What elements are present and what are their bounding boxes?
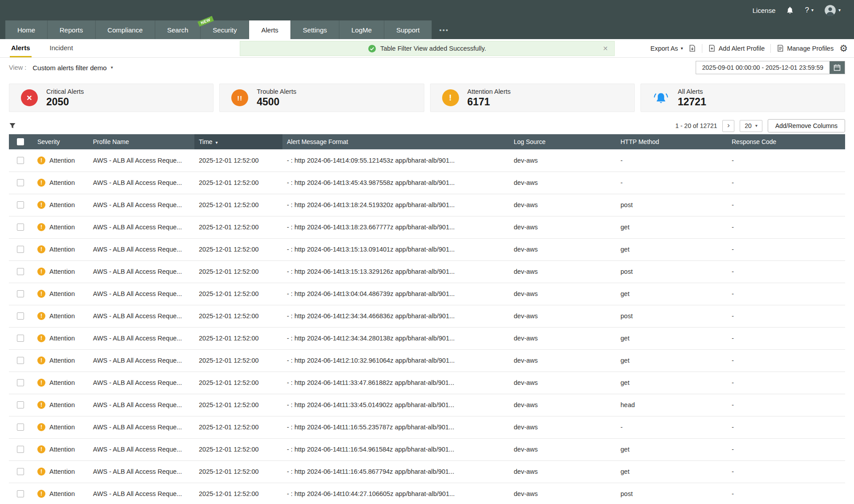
nav-tab-logme[interactable]: LogMe xyxy=(339,20,384,39)
nav-tab-reports[interactable]: Reports xyxy=(48,20,96,39)
select-all-checkbox[interactable] xyxy=(17,138,24,145)
critical-icon: ✕ xyxy=(21,89,38,106)
row-checkbox[interactable] xyxy=(17,490,24,497)
alert-message-cell: - : http 2024-06-14t11:16:45.867794z app… xyxy=(282,460,509,483)
row-checkbox[interactable] xyxy=(17,312,24,320)
table-row[interactable]: ! Attention AWS - ALB All Access Reque..… xyxy=(9,216,845,238)
row-checkbox-cell xyxy=(9,260,33,283)
table-row[interactable]: ! Attention AWS - ALB All Access Reque..… xyxy=(9,483,845,504)
http-method-cell: get xyxy=(616,327,727,349)
col-time[interactable]: Time▾ xyxy=(194,134,282,149)
manage-profiles-label: Manage Profiles xyxy=(787,45,834,52)
manage-profiles-button[interactable]: Manage Profiles xyxy=(777,44,834,52)
col-alert-message-format[interactable]: Alert Message Format xyxy=(282,134,509,149)
time-cell: 2025-12-01 12:52:00 xyxy=(194,372,282,394)
date-range-picker[interactable]: 2025-09-01 00:00:00 - 2025-12-01 23:59:5… xyxy=(696,61,845,74)
subtab-alerts[interactable]: Alerts xyxy=(10,39,32,57)
table-row[interactable]: ! Attention AWS - ALB All Access Reque..… xyxy=(9,194,845,216)
table-row[interactable]: ! Attention AWS - ALB All Access Reque..… xyxy=(9,416,845,438)
topbar: License ? ▾ ▾ xyxy=(0,0,854,20)
row-checkbox[interactable] xyxy=(17,335,24,342)
table-row[interactable]: ! Attention AWS - ALB All Access Reque..… xyxy=(9,327,845,349)
http-method-cell: - xyxy=(616,149,727,172)
attention-severity-icon: ! xyxy=(37,223,45,231)
license-link[interactable]: License xyxy=(753,7,776,14)
table-row[interactable]: ! Attention AWS - ALB All Access Reque..… xyxy=(9,283,845,305)
trouble-alerts-card[interactable]: !! Trouble Alerts 4500 xyxy=(219,84,424,112)
table-row[interactable]: ! Attention AWS - ALB All Access Reque..… xyxy=(9,149,845,172)
table-row[interactable]: ! Attention AWS - ALB All Access Reque..… xyxy=(9,260,845,283)
schedule-export-button[interactable] xyxy=(689,44,696,52)
col-response-code[interactable]: Response Code xyxy=(727,134,845,149)
nav-tab-security-label: Security xyxy=(213,26,237,34)
table-row[interactable]: ! Attention AWS - ALB All Access Reque..… xyxy=(9,305,845,327)
table-row[interactable]: ! Attention AWS - ALB All Access Reque..… xyxy=(9,172,845,194)
response-code-cell: - xyxy=(727,283,845,305)
row-checkbox[interactable] xyxy=(17,224,24,231)
user-menu[interactable]: ▾ xyxy=(824,4,841,16)
nav-tab-security[interactable]: NEW Security xyxy=(201,20,249,39)
http-method-cell: get xyxy=(616,372,727,394)
nav-tab-settings[interactable]: Settings xyxy=(291,20,339,39)
notifications-button[interactable] xyxy=(786,6,794,14)
severity-label: Attention xyxy=(49,246,75,253)
severity-cell: ! Attention xyxy=(33,349,89,372)
severity-cell: ! Attention xyxy=(33,216,89,238)
nav-tab-alerts[interactable]: Alerts xyxy=(249,20,290,39)
table-header: Severity Profile Name Time▾ Alert Messag… xyxy=(9,134,845,149)
page-size-dropdown[interactable]: 20 ▾ xyxy=(740,120,762,132)
row-checkbox[interactable] xyxy=(17,157,24,164)
attention-alerts-card[interactable]: ! Attention Alerts 6171 xyxy=(430,84,635,112)
col-profile-name[interactable]: Profile Name xyxy=(89,134,194,149)
stat-label: Critical Alerts xyxy=(46,88,84,95)
calendar-button[interactable] xyxy=(830,61,845,74)
nav-more-button[interactable]: ••• xyxy=(432,20,456,39)
subtab-incident[interactable]: Incident xyxy=(48,39,75,57)
gear-icon[interactable]: ⚙ xyxy=(839,44,848,53)
row-checkbox-cell xyxy=(9,149,33,172)
nav-tab-compliance[interactable]: Compliance xyxy=(96,20,155,39)
filter-button[interactable] xyxy=(9,122,16,129)
table-row[interactable]: ! Attention AWS - ALB All Access Reque..… xyxy=(9,438,845,460)
table-row[interactable]: ! Attention AWS - ALB All Access Reque..… xyxy=(9,460,845,483)
attention-severity-icon: ! xyxy=(37,156,45,164)
row-checkbox[interactable] xyxy=(17,201,24,208)
table-row[interactable]: ! Attention AWS - ALB All Access Reque..… xyxy=(9,349,845,372)
row-checkbox[interactable] xyxy=(17,268,24,275)
row-checkbox[interactable] xyxy=(17,424,24,431)
view-filter-dropdown[interactable]: Custom alerts filter demo ▾ xyxy=(32,64,113,72)
close-icon[interactable]: ✕ xyxy=(603,45,608,52)
add-remove-columns-button[interactable]: Add/Remove Columns xyxy=(768,119,845,132)
col-severity[interactable]: Severity xyxy=(33,134,89,149)
row-checkbox[interactable] xyxy=(17,379,24,386)
all-alerts-card[interactable]: All Alerts 12721 xyxy=(640,84,845,112)
row-checkbox[interactable] xyxy=(17,468,24,475)
table-row[interactable]: ! Attention AWS - ALB All Access Reque..… xyxy=(9,372,845,394)
row-checkbox[interactable] xyxy=(17,179,24,186)
chevron-down-icon: ▾ xyxy=(838,8,841,12)
nav-tab-support[interactable]: Support xyxy=(384,20,432,39)
row-checkbox[interactable] xyxy=(17,446,24,453)
critical-alerts-card[interactable]: ✕ Critical Alerts 2050 xyxy=(9,84,214,112)
next-page-button[interactable]: › xyxy=(722,120,734,132)
export-as-button[interactable]: Export As ▾ xyxy=(650,45,683,52)
col-http-method[interactable]: HTTP Method xyxy=(616,134,727,149)
table-row[interactable]: ! Attention AWS - ALB All Access Reque..… xyxy=(9,394,845,416)
http-method-cell: post xyxy=(616,260,727,283)
col-log-source[interactable]: Log Source xyxy=(509,134,616,149)
profile-name-cell: AWS - ALB All Access Reque... xyxy=(89,283,194,305)
add-alert-profile-button[interactable]: Add Alert Profile xyxy=(708,44,765,52)
row-checkbox[interactable] xyxy=(17,246,24,253)
help-menu[interactable]: ? ▾ xyxy=(805,6,814,15)
nav-tab-search[interactable]: Search xyxy=(155,20,201,39)
select-all-cell xyxy=(9,134,33,149)
main-nav: Home Reports Compliance Search NEW Secur… xyxy=(0,20,854,39)
col-time-label: Time xyxy=(199,138,213,145)
profile-name-cell: AWS - ALB All Access Reque... xyxy=(89,483,194,504)
row-checkbox[interactable] xyxy=(17,290,24,297)
row-checkbox[interactable] xyxy=(17,401,24,408)
nav-tab-home[interactable]: Home xyxy=(5,20,48,39)
response-code-cell: - xyxy=(727,260,845,283)
table-row[interactable]: ! Attention AWS - ALB All Access Reque..… xyxy=(9,238,845,260)
row-checkbox[interactable] xyxy=(17,357,24,364)
